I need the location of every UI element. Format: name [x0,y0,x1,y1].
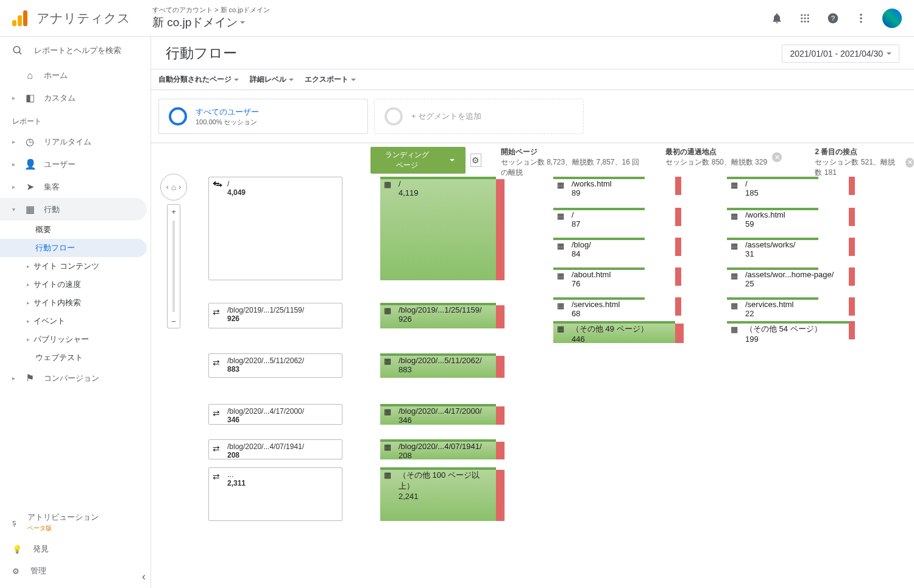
page-icon: ▦ [731,271,738,280]
flow-node[interactable]: ⇄/blog/2020/...4/17/2000/346 [208,404,342,425]
flow-node[interactable]: ▦/assets/works/31 [727,238,849,261]
flow-node[interactable]: ⇄/blog/2020/...4/07/1941/208 [208,439,342,459]
flow-node[interactable]: ▦/87 [553,208,675,231]
nav-custom[interactable]: ▸◧カスタム [0,87,151,109]
nav-behavior[interactable]: ▾▦行動 [0,198,147,221]
flow-node[interactable]: ⇄/blog/2019/...1/25/1159/926 [208,303,342,328]
toolbar: 自動分類されたページ 詳細レベル エクスポート [151,69,914,90]
date-range-picker[interactable]: 2021/01/01 - 2021/04/30 [782,44,899,63]
flow-node[interactable]: ▦/blog/2020/...4/07/1941/208 [380,439,496,459]
acquisition-icon: ➤ [24,181,35,193]
nav-attribution[interactable]: ṣアトリビューションベータ版 [0,506,151,538]
notifications-icon[interactable] [770,12,784,25]
circle-icon [384,107,403,126]
svg-point-1 [804,14,806,16]
flow-node[interactable]: ▦（その他 54 ページ）199 [727,321,849,346]
toolbar-classify[interactable]: 自動分類されたページ [158,74,239,85]
flow-node[interactable]: ▦/blog/2019/...1/25/1159/926 [380,303,496,328]
dropdown-icon [240,21,245,24]
flag-icon: ⚑ [24,372,35,384]
page-icon: ▦ [384,180,391,189]
flow-node[interactable]: ▦/blog/84 [553,238,675,261]
account-switcher[interactable]: すべてのアカウント > 新 co.jpドメイン 新 co.jpドメイン [152,5,270,30]
nav-admin[interactable]: ⚙管理 [0,560,151,582]
col-header-start: 開始ページセッション数 8,723、離脱数 7,857、16 回の離脱 [501,147,647,178]
content-area: 行動フロー 2021/01/01 - 2021/04/30 自動分類されたページ… [151,37,914,588]
search-icon [12,45,23,56]
nav-acquisition[interactable]: ▸➤集客 [0,175,151,198]
nav-conversion[interactable]: ▸⚑コンバージョン [0,367,151,389]
bulb-icon: 💡 [12,545,22,554]
custom-icon: ◧ [24,92,35,104]
nav-behavior-speed[interactable]: ▸サイトの速度 [0,275,151,294]
page-icon: ▦ [384,442,391,452]
nav-behavior-content[interactable]: ▸サイト コンテンツ [0,257,151,275]
nav-discover[interactable]: 💡発見 [0,538,151,560]
flow-node[interactable]: ▦/blog/2020/...5/11/2062/883 [380,353,496,378]
page-icon: ▦ [557,180,564,190]
flow-node[interactable]: ▦/about.html76 [553,267,675,291]
zoom-in-button[interactable]: + [168,205,180,218]
flow-node[interactable]: ▦（その他 100 ページ以上）2,241 [380,467,496,521]
nav-behavior-events[interactable]: ▸イベント [0,312,151,330]
segments-row: すべてのユーザー100.00% セッション + セグメントを追加 [151,90,914,143]
svg-text:?: ? [831,14,835,22]
sidebar-search[interactable]: レポートとヘルプを検索 [0,37,151,65]
zoom-out-button[interactable]: − [168,314,180,328]
toolbar-export[interactable]: エクスポート [305,74,356,85]
nav-users[interactable]: ▸👤ユーザー [0,153,151,175]
behavior-icon: ▦ [24,204,35,215]
more-icon[interactable] [854,12,868,25]
nav-behavior-search[interactable]: ▸サイト内検索 [0,294,151,312]
entry-icon: ⇄ [213,358,220,367]
flow-node[interactable]: ▦/services.html68 [553,297,675,321]
flow-node[interactable]: ▦/4,119 [380,177,496,280]
page-icon: ▦ [731,325,738,334]
sidebar: レポートとヘルプを検索 ⌂ホーム ▸◧カスタム レポート ▸◷リアルタイム ▸👤… [0,37,151,588]
page-icon: ▦ [731,241,738,250]
page-icon: ▦ [384,407,391,416]
svg-point-14 [13,46,20,53]
nav-behavior-flow[interactable]: 行動フロー [0,239,147,257]
flow-node[interactable]: ⇄/blog/2020/...5/11/2062/883 [208,353,342,378]
flow-node[interactable]: ▦/assets/wor...home-page/25 [727,267,849,291]
flow-node[interactable]: ▦（その他 49 ページ）446 [553,321,675,343]
svg-point-13 [860,21,862,23]
nav-behavior-webtest[interactable]: ウェブテスト [0,349,151,367]
app-header: アナリティクス すべてのアカウント > 新 co.jpドメイン 新 co.jpド… [0,0,914,37]
nav-home[interactable]: ⌂ホーム [0,65,151,87]
help-icon[interactable]: ? [826,12,840,25]
toolbar-detail[interactable]: 詳細レベル [250,74,294,85]
flow-node[interactable]: ▦/185 [727,177,849,200]
flow-node[interactable]: ▦/works.html59 [727,208,849,231]
flow-node[interactable]: /4,049 [208,177,342,280]
close-icon[interactable]: ✕ [905,158,914,168]
collapse-sidebar-icon[interactable]: ‹ [142,570,146,583]
flow-home-button[interactable]: ‹⌂› [160,174,187,200]
zoom-controls: + − [167,204,180,328]
nav-realtime[interactable]: ▸◷リアルタイム [0,130,151,153]
segment-add[interactable]: + セグメントを追加 [374,99,584,134]
gear-button[interactable]: ⚙ [470,154,481,167]
flow-node[interactable]: ▦/works.html89 [553,177,675,200]
nav-behavior-overview[interactable]: 概要 [0,221,151,239]
attribution-icon: ṣ [12,518,16,527]
svg-line-15 [19,52,21,54]
entry-icon: ⇄ [213,444,220,453]
zoom-slider[interactable] [172,221,175,312]
page-icon: ▦ [557,324,564,333]
close-icon[interactable]: ✕ [772,152,782,162]
segment-all-users[interactable]: すべてのユーザー100.00% セッション [158,99,368,134]
flow-area: ランディング ページ ⚙ 開始ページセッション数 8,723、離脱数 7,857… [151,143,914,588]
svg-point-8 [807,20,809,22]
flow-node[interactable]: ▦/blog/2020/...4/17/2000/346 [380,404,496,425]
page-icon: ▦ [557,241,564,250]
nav-behavior-publisher[interactable]: ▸パブリッシャー [0,330,151,349]
landing-page-dropdown[interactable]: ランディング ページ [370,147,466,174]
svg-point-7 [804,20,806,22]
flow-node[interactable]: ⇄...2,311 [208,467,342,521]
page-icon: ▦ [384,306,391,315]
flow-node[interactable]: ▦/services.html22 [727,297,849,321]
apps-icon[interactable] [798,12,812,25]
avatar[interactable] [882,9,902,28]
